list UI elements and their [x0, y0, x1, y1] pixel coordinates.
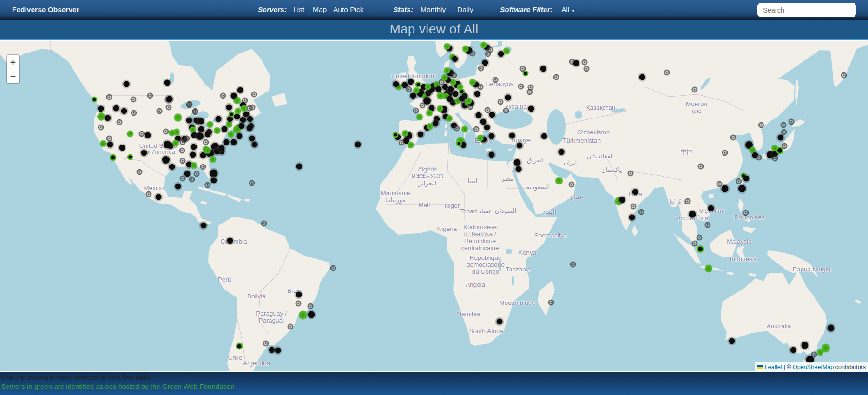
server-marker[interactable] — [582, 59, 588, 66]
server-marker[interactable] — [145, 132, 151, 138]
server-marker[interactable] — [163, 129, 169, 135]
server-marker[interactable] — [299, 311, 307, 319]
server-marker[interactable] — [113, 105, 119, 112]
server-marker[interactable] — [738, 185, 746, 192]
server-marker[interactable] — [437, 106, 443, 112]
server-marker[interactable] — [697, 245, 704, 253]
server-marker[interactable] — [205, 148, 211, 154]
server-marker[interactable] — [100, 141, 106, 147]
server-marker[interactable] — [164, 141, 171, 148]
search-input[interactable] — [757, 3, 856, 17]
server-marker[interactable] — [463, 46, 469, 52]
server-marker[interactable] — [454, 125, 460, 132]
server-marker[interactable] — [147, 93, 153, 99]
server-marker[interactable] — [249, 180, 255, 186]
server-marker[interactable] — [240, 117, 246, 123]
server-marker[interactable] — [269, 347, 275, 353]
server-marker[interactable] — [121, 108, 127, 114]
server-marker[interactable] — [207, 122, 213, 128]
server-marker[interactable] — [402, 82, 408, 88]
server-marker[interactable] — [308, 303, 314, 309]
server-marker[interactable] — [180, 139, 186, 145]
server-marker[interactable] — [730, 135, 736, 141]
server-marker[interactable] — [239, 123, 245, 129]
server-marker[interactable] — [92, 97, 98, 103]
server-marker[interactable] — [540, 66, 546, 72]
server-marker[interactable] — [296, 292, 302, 298]
server-marker[interactable] — [98, 113, 105, 120]
server-marker[interactable] — [476, 112, 482, 118]
server-marker[interactable] — [631, 204, 637, 210]
server-marker[interactable] — [697, 235, 703, 241]
world-map[interactable]: United KingdomБеларусьУкраїнаҚазақстанМо… — [0, 40, 868, 372]
server-marker[interactable] — [117, 119, 123, 125]
server-marker[interactable] — [569, 182, 575, 188]
server-marker[interactable] — [528, 106, 534, 112]
leaflet-link[interactable]: Leaflet — [765, 364, 783, 370]
server-marker[interactable] — [174, 129, 180, 135]
server-marker[interactable] — [478, 66, 484, 72]
server-marker[interactable] — [200, 164, 206, 170]
server-marker[interactable] — [689, 211, 696, 218]
server-marker[interactable] — [222, 126, 228, 132]
server-marker[interactable] — [355, 142, 361, 148]
server-marker[interactable] — [466, 98, 472, 104]
server-marker[interactable] — [210, 170, 218, 178]
server-marker[interactable] — [242, 98, 248, 104]
server-marker[interactable] — [420, 103, 426, 109]
server-marker[interactable] — [505, 95, 511, 101]
server-marker[interactable] — [516, 166, 522, 172]
server-marker[interactable] — [639, 74, 645, 80]
server-marker[interactable] — [514, 159, 521, 166]
server-marker[interactable] — [156, 194, 162, 200]
server-marker[interactable] — [619, 197, 625, 203]
server-marker[interactable] — [106, 136, 112, 142]
server-marker[interactable] — [408, 79, 414, 85]
server-marker[interactable] — [520, 66, 526, 72]
server-marker[interactable] — [127, 131, 133, 137]
server-marker[interactable] — [187, 101, 193, 107]
server-marker[interactable] — [173, 140, 179, 146]
server-marker[interactable] — [210, 157, 216, 163]
server-marker[interactable] — [250, 105, 256, 111]
server-marker[interactable] — [408, 142, 414, 148]
server-marker[interactable] — [194, 171, 200, 177]
server-marker[interactable] — [296, 164, 302, 170]
server-marker[interactable] — [226, 122, 232, 128]
server-marker[interactable] — [110, 154, 117, 161]
server-marker[interactable] — [481, 42, 487, 48]
server-marker[interactable] — [234, 114, 240, 120]
server-marker[interactable] — [489, 152, 495, 158]
server-marker[interactable] — [436, 86, 442, 92]
server-marker[interactable] — [705, 222, 711, 228]
server-marker[interactable] — [772, 156, 778, 162]
server-marker[interactable] — [236, 343, 243, 350]
server-marker[interactable] — [224, 139, 230, 145]
server-marker[interactable] — [789, 119, 795, 125]
server-marker[interactable] — [205, 132, 211, 138]
server-marker[interactable] — [179, 148, 185, 154]
server-marker[interactable] — [489, 133, 495, 139]
server-marker[interactable] — [509, 133, 515, 139]
server-marker[interactable] — [497, 319, 503, 325]
server-marker[interactable] — [175, 184, 181, 190]
server-marker[interactable] — [180, 158, 186, 164]
server-marker[interactable] — [556, 178, 563, 184]
server-marker[interactable] — [184, 171, 191, 177]
server-marker[interactable] — [447, 96, 453, 102]
server-marker[interactable] — [484, 125, 490, 131]
server-marker[interactable] — [828, 325, 835, 332]
server-marker[interactable] — [517, 143, 523, 149]
server-marker[interactable] — [802, 342, 809, 349]
server-marker[interactable] — [263, 341, 269, 347]
server-marker[interactable] — [247, 116, 253, 122]
server-marker[interactable] — [228, 132, 234, 138]
server-marker[interactable] — [584, 66, 590, 72]
server-marker[interactable] — [570, 262, 576, 268]
server-marker[interactable] — [474, 91, 480, 97]
server-marker[interactable] — [180, 176, 186, 182]
server-marker[interactable] — [226, 105, 232, 111]
server-marker[interactable] — [127, 154, 133, 160]
server-marker[interactable] — [503, 108, 509, 114]
server-marker[interactable] — [444, 68, 450, 74]
